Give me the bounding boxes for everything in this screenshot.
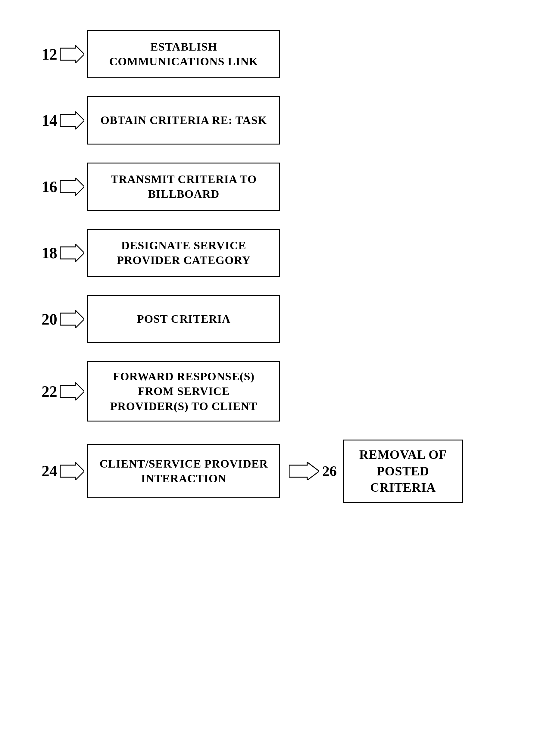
arrow-14 [60, 111, 84, 130]
svg-marker-7 [289, 462, 319, 480]
process-label-12: ESTABLISH COMMUNICATIONS LINK [97, 39, 270, 69]
process-box-22: FORWARD RESPONSE(S) FROM SERVICE PROVIDE… [88, 361, 280, 422]
step-number-20: 20 [18, 311, 60, 328]
step-number-24: 24 [18, 462, 60, 480]
svg-marker-3 [60, 244, 84, 262]
process-label-20: POST CRITERIA [137, 312, 231, 326]
process-box-20: POST CRITERIA [88, 295, 280, 343]
flow-row-22: 22 FORWARD RESPONSE(S) FROM SERVICE PROV… [18, 361, 556, 422]
flow-row-24: 24 CLIENT/SERVICE PROVIDER INTERACTION [18, 439, 556, 503]
arrow-24 [60, 462, 84, 480]
side-arrow-26 [289, 462, 319, 480]
flowchart-diagram: 12 ESTABLISH COMMUNICATIONS LINK 14 OBTA… [0, 0, 556, 756]
arrow-20 [60, 310, 84, 328]
process-box-24: CLIENT/SERVICE PROVIDER INTERACTION [88, 444, 280, 498]
step-number-16: 16 [18, 178, 60, 196]
process-box-14: OBTAIN CRITERIA RE: TASK [88, 96, 280, 145]
process-box-16: TRANSMIT CRITERIA TO BILLBOARD [88, 163, 280, 211]
step-number-12: 12 [18, 45, 60, 63]
step-number-22: 22 [18, 383, 60, 400]
arrow-18 [60, 244, 84, 262]
svg-marker-4 [60, 310, 84, 328]
step-number-14: 14 [18, 112, 60, 130]
step-number-18: 18 [18, 244, 60, 262]
process-box-18: DESIGNATE SERVICE PROVIDER CATEGORY [88, 229, 280, 277]
svg-marker-1 [60, 111, 84, 130]
removal-label: REMOVAL OF POSTED CRITERIA [350, 446, 456, 496]
process-box-12: ESTABLISH COMMUNICATIONS LINK [88, 30, 280, 78]
side-arrow-container: 26 REMOVAL OF POSTED CRITERIA [289, 439, 463, 503]
process-label-22: FORWARD RESPONSE(S) FROM SERVICE PROVIDE… [97, 369, 270, 414]
flow-row-16: 16 TRANSMIT CRITERIA TO BILLBOARD [18, 163, 556, 211]
flow-row-18: 18 DESIGNATE SERVICE PROVIDER CATEGORY [18, 229, 556, 277]
removal-box: REMOVAL OF POSTED CRITERIA [343, 439, 463, 503]
removal-step-number: 26 [322, 463, 337, 479]
svg-marker-6 [60, 462, 84, 480]
flow-row-14: 14 OBTAIN CRITERIA RE: TASK [18, 96, 556, 145]
arrow-22 [60, 382, 84, 400]
svg-marker-2 [60, 178, 84, 196]
svg-marker-5 [60, 382, 84, 400]
process-label-16: TRANSMIT CRITERIA TO BILLBOARD [97, 172, 270, 202]
flow-row-20: 20 POST CRITERIA [18, 295, 556, 343]
process-label-14: OBTAIN CRITERIA RE: TASK [101, 113, 267, 128]
arrow-12 [60, 45, 84, 63]
process-label-24: CLIENT/SERVICE PROVIDER INTERACTION [97, 457, 270, 486]
arrow-16 [60, 178, 84, 196]
flow-row-12: 12 ESTABLISH COMMUNICATIONS LINK [18, 30, 556, 78]
svg-marker-0 [60, 45, 84, 63]
process-label-18: DESIGNATE SERVICE PROVIDER CATEGORY [97, 238, 270, 268]
